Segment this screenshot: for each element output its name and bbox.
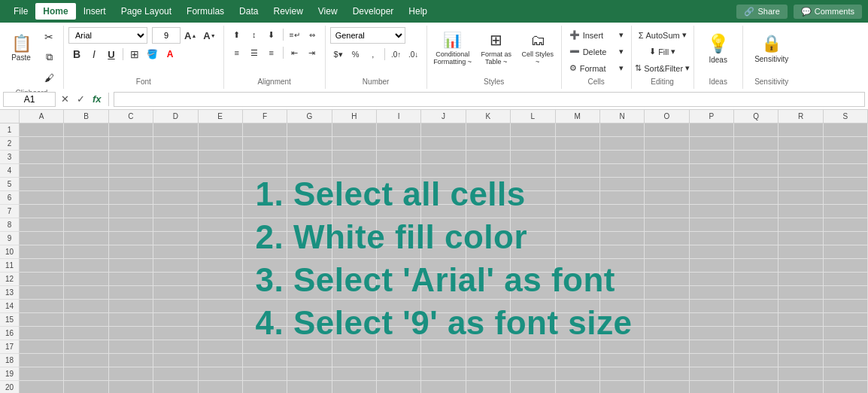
sort-filter-button[interactable]: ⇅ Sort&Filter▾: [636, 61, 689, 76]
sensitivity-group: 🔒 Sensitivity Sensitivity: [743, 26, 800, 89]
italic-button[interactable]: I: [86, 47, 102, 62]
tab-file[interactable]: File: [6, 3, 35, 20]
col-header-H[interactable]: H: [332, 110, 377, 123]
align-right-button[interactable]: ≡: [263, 45, 280, 60]
insert-cells-button[interactable]: ➕ Insert ▾: [566, 28, 627, 43]
col-header-A[interactable]: A: [20, 110, 64, 123]
tab-help[interactable]: Help: [401, 3, 435, 20]
paste-button[interactable]: 📋 Paste: [5, 27, 38, 69]
border-button[interactable]: ⊞: [126, 47, 143, 62]
decrease-decimal-button[interactable]: .0↓: [405, 47, 422, 62]
fx-button[interactable]: fx: [90, 93, 104, 105]
col-header-O[interactable]: O: [645, 110, 689, 123]
decrease-indent-button[interactable]: ⇤: [287, 45, 303, 60]
tab-data[interactable]: Data: [232, 3, 266, 20]
alignment-group: ⬆ ↕ ⬇ ≡↵ ⇔ ≡ ☰ ≡ ⇤ ⇥ Alignment: [224, 26, 326, 89]
align-bottom-button[interactable]: ⬇: [263, 27, 280, 42]
tab-formulas[interactable]: Formulas: [179, 3, 232, 20]
cut-button[interactable]: ✂: [39, 27, 59, 47]
align-center-button[interactable]: ☰: [246, 45, 263, 60]
col-header-D[interactable]: D: [153, 110, 198, 123]
col-header-C[interactable]: C: [109, 110, 153, 123]
cell-reference-input[interactable]: [3, 92, 56, 107]
comments-button[interactable]: 💬 Comments: [794, 5, 862, 19]
delete-dropdown-icon: ▾: [619, 47, 624, 56]
sensitivity-button[interactable]: 🔒 Sensitivity: [748, 27, 796, 69]
styles-group: 📊 Conditional Formatting ~ ⊞ Format as T…: [427, 26, 562, 89]
align-top-button[interactable]: ⬆: [229, 27, 245, 42]
ideas-icon: 💡: [707, 33, 730, 54]
tab-developer[interactable]: Developer: [345, 3, 402, 20]
comma-button[interactable]: ,: [365, 47, 381, 62]
font-size-input[interactable]: [152, 27, 181, 44]
merge-button[interactable]: ⇔: [304, 27, 320, 42]
table-row: 20: [0, 381, 868, 393]
col-header-B[interactable]: B: [64, 110, 108, 123]
ideas-button[interactable]: 💡 Ideas: [699, 27, 738, 69]
font-color-button[interactable]: A: [162, 47, 178, 62]
formula-bar: ✕ ✓ fx: [0, 89, 868, 110]
align-left-button[interactable]: ≡: [229, 45, 245, 60]
table-row: 14: [0, 300, 868, 313]
tab-page-layout[interactable]: Page Layout: [114, 3, 179, 20]
sensitivity-label: Sensitivity: [748, 76, 796, 89]
col-header-N[interactable]: N: [600, 110, 645, 123]
col-header-E[interactable]: E: [199, 110, 243, 123]
percent-button[interactable]: %: [348, 47, 364, 62]
number-format-select[interactable]: General: [330, 27, 405, 44]
wrap-text-button[interactable]: ≡↵: [287, 27, 303, 42]
cell-styles-button[interactable]: 🗂 Cell Styles ~: [519, 27, 557, 69]
fill-color-button[interactable]: 🪣: [144, 47, 161, 62]
copy-button[interactable]: ⧉: [39, 47, 59, 67]
conditional-formatting-icon: 📊: [443, 31, 462, 49]
table-row: 11: [0, 259, 868, 273]
increase-decimal-button[interactable]: .0↑: [388, 47, 405, 62]
tab-view[interactable]: View: [311, 3, 345, 20]
number-label: Number: [330, 76, 422, 89]
format-as-table-button[interactable]: ⊞ Format as Table ~: [475, 27, 517, 69]
col-header-J[interactable]: J: [421, 110, 466, 123]
col-header-G[interactable]: G: [287, 110, 332, 123]
accounting-button[interactable]: $▾: [330, 47, 347, 62]
col-header-P[interactable]: P: [690, 110, 734, 123]
underline-button[interactable]: U: [103, 47, 120, 62]
font-color-icon: A: [167, 49, 174, 59]
font-label: Font: [68, 76, 219, 89]
bold-button[interactable]: B: [68, 47, 85, 62]
editing-group: Σ AutoSum▾ ⬇ Fill▾ ⇅ Sort&Filter▾ Editin…: [632, 26, 694, 89]
table-row: 4: [0, 164, 868, 178]
fill-button[interactable]: ⬇ Fill▾: [636, 44, 689, 59]
col-header-Q[interactable]: Q: [734, 110, 778, 123]
col-header-S[interactable]: S: [824, 110, 868, 123]
col-header-K[interactable]: K: [466, 110, 511, 123]
fill-icon: ⬇: [649, 47, 656, 56]
conditional-formatting-button[interactable]: 📊 Conditional Formatting ~: [432, 27, 474, 69]
font-family-select[interactable]: Arial: [68, 27, 147, 44]
cell-A1[interactable]: [20, 123, 64, 137]
tab-insert[interactable]: Insert: [76, 3, 114, 20]
cancel-formula-button[interactable]: ✕: [59, 93, 71, 105]
tab-review[interactable]: Review: [266, 3, 310, 20]
tab-home[interactable]: Home: [35, 3, 75, 20]
sort-filter-icon: ⇅: [635, 63, 642, 73]
col-header-F[interactable]: F: [243, 110, 287, 123]
formula-input[interactable]: [114, 92, 865, 107]
decrease-font-button[interactable]: A▼: [200, 28, 218, 43]
autosum-button[interactable]: Σ AutoSum▾: [636, 28, 689, 43]
format-painter-button[interactable]: 🖌: [39, 68, 59, 87]
col-header-R[interactable]: R: [778, 110, 823, 123]
increase-font-button[interactable]: A▲: [181, 28, 199, 43]
editing-label: Editing: [636, 76, 689, 89]
align-middle-button[interactable]: ↕: [246, 27, 263, 42]
confirm-formula-button[interactable]: ✓: [74, 93, 87, 105]
col-header-L[interactable]: L: [511, 110, 555, 123]
delete-cells-button[interactable]: ➖ Delete ▾: [566, 44, 627, 59]
increase-indent-button[interactable]: ⇥: [304, 45, 320, 60]
col-header-I[interactable]: I: [377, 110, 421, 123]
fill-color-icon: 🪣: [147, 49, 158, 59]
comments-icon: 💬: [801, 7, 812, 17]
table-row: 8: [0, 218, 868, 232]
format-cells-button[interactable]: ⚙ Format ▾: [566, 61, 627, 76]
col-header-M[interactable]: M: [556, 110, 600, 123]
share-button[interactable]: 🔗 Share: [736, 5, 787, 19]
